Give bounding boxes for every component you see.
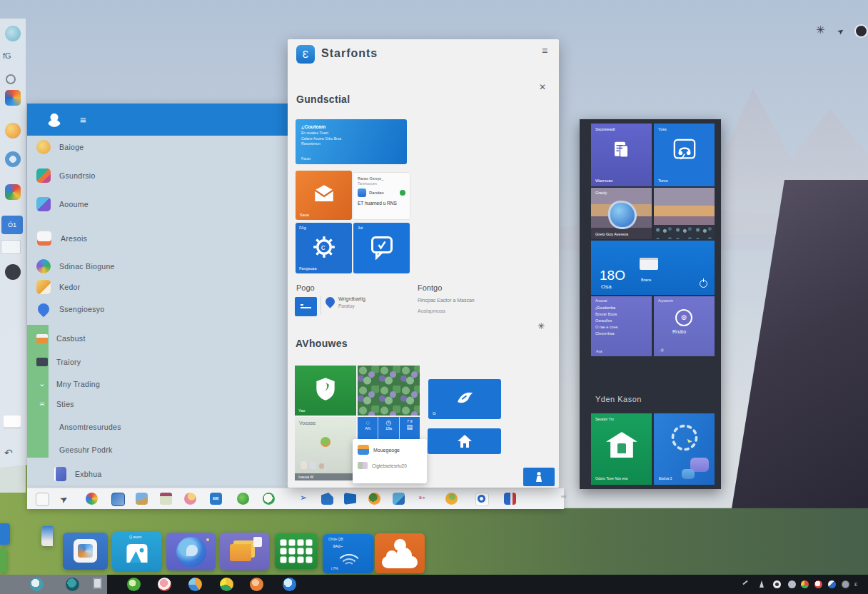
- tray-blue-icon[interactable]: [828, 580, 836, 588]
- paint-app-icon[interactable]: [5, 184, 21, 200]
- picture-icon[interactable]: [393, 493, 405, 505]
- power-icon[interactable]: [700, 280, 707, 288]
- drop-app-icon[interactable]: [66, 578, 79, 591]
- pogo-tile[interactable]: [295, 297, 317, 316]
- cursor-icon[interactable]: ➤: [835, 24, 849, 37]
- sidebar-item[interactable]: Ansomtresurudes: [27, 418, 288, 436]
- fish-icon[interactable]: ➢: [300, 493, 312, 505]
- plant-icon[interactable]: [184, 493, 196, 505]
- sidebar-item[interactable]: Kedor: [27, 278, 288, 296]
- flag-icon[interactable]: [344, 493, 356, 505]
- browser-icon[interactable]: [86, 493, 98, 505]
- sidebar-item[interactable]: Sdinac Biogune: [27, 257, 288, 276]
- dark-app-icon[interactable]: [5, 264, 21, 280]
- sparkle-icon[interactable]: ✳: [538, 321, 545, 331]
- undo-icon[interactable]: ↶: [4, 447, 13, 458]
- dock-tile-weather[interactable]: Chde QB 3Ad~ i.7%: [323, 534, 373, 573]
- sidebar-item[interactable]: Aresois: [27, 229, 288, 248]
- sidebar-item[interactable]: Ssengioesyo: [27, 300, 288, 318]
- sidebar-item[interactable]: Traiory: [27, 353, 288, 371]
- image-icon[interactable]: [136, 493, 148, 505]
- tile-app-badge[interactable]: Ó1: [1, 216, 23, 234]
- sidebar-item[interactable]: ≍ Sties: [27, 395, 288, 413]
- audio-tile[interactable]: Yoss Tomo: [654, 124, 715, 186]
- flyout-row[interactable]: Cigtebseiesrtu20: [358, 462, 422, 469]
- colorful-app-icon[interactable]: [5, 90, 21, 106]
- dock-tile-keypad[interactable]: [275, 533, 318, 569]
- gallery-photo-tile[interactable]: Grauly Grelo Goy Avereos: [591, 188, 652, 239]
- sidebar-item[interactable]: Aooume: [27, 195, 288, 213]
- documents-tile[interactable]: Ssoosteadt Waorsvan: [591, 124, 652, 186]
- gallery-icon[interactable]: [504, 493, 516, 505]
- user-avatar-icon[interactable]: [47, 113, 61, 127]
- dock-tile-photos[interactable]: Q asom: [112, 532, 162, 571]
- orange-app-icon[interactable]: [5, 123, 21, 139]
- preview-tile[interactable]: Voease Ivauua W: [295, 417, 356, 480]
- photos-icon[interactable]: [111, 493, 125, 506]
- mail-count-tile[interactable]: 18O Osa Brans: [591, 241, 715, 295]
- home-green-tile[interactable]: Sevator Ym Odoru Tove Nos eso: [591, 413, 652, 485]
- orange-app-icon[interactable]: [250, 578, 263, 591]
- orange-ring-icon[interactable]: [368, 493, 380, 505]
- close-icon[interactable]: ✕: [539, 82, 546, 92]
- tray-browser-icon[interactable]: [801, 580, 809, 588]
- pogo-item[interactable]: Wrigrdbartig Paratuy: [338, 296, 365, 308]
- partial-tile[interactable]: [0, 548, 7, 573]
- stylus-icon[interactable]: [758, 580, 765, 588]
- home-button[interactable]: [428, 428, 501, 454]
- dock-tile-files[interactable]: [63, 533, 108, 570]
- tray-globe-icon[interactable]: [842, 580, 849, 588]
- partial-tile[interactable]: [0, 523, 10, 545]
- book-app-icon[interactable]: [93, 578, 102, 589]
- globe-app-icon[interactable]: [283, 578, 296, 591]
- tray-circle-icon[interactable]: [788, 580, 796, 588]
- mail-icon[interactable]: [160, 493, 172, 505]
- leaf-circle-icon[interactable]: [263, 493, 275, 505]
- pomegranate-app-icon[interactable]: [158, 578, 171, 591]
- teal-app-icon[interactable]: [5, 26, 21, 41]
- tray-record-icon[interactable]: [773, 580, 781, 588]
- sidebar-item[interactable]: Geesuhr Podrk: [27, 441, 288, 459]
- dock-tile-clouds[interactable]: [375, 533, 425, 573]
- pin-action-button[interactable]: [523, 468, 555, 486]
- sidebar-item[interactable]: Casbust: [27, 329, 288, 348]
- peach-icon[interactable]: [445, 493, 458, 505]
- sunset-photo-tile[interactable]: [654, 188, 715, 239]
- tray-red-icon[interactable]: [814, 580, 822, 588]
- mail-tile[interactable]: Saua: [296, 171, 352, 220]
- hero-tile[interactable]: ¿Couteam En reualee Tuact Calane Avoew G…: [296, 119, 407, 164]
- sidebar-item[interactable]: Baioge: [27, 138, 288, 156]
- sidebar-item[interactable]: ⌄ Mny Trading: [27, 375, 288, 393]
- sync-tile[interactable]: Eodva 3: [654, 413, 715, 485]
- news-list-tile[interactable]: Anoonai ¡Geodorrba Bovrar Boos Osraulles…: [591, 296, 652, 356]
- lime-app-icon[interactable]: [127, 578, 141, 591]
- nav-hamburger-icon[interactable]: ≡: [80, 114, 86, 126]
- panel-hamburger-icon[interactable]: ≡: [542, 45, 547, 56]
- partial-tile[interactable]: [41, 526, 53, 546]
- security-tile[interactable]: Yao: [295, 366, 356, 416]
- orange-blue-app-icon[interactable]: [188, 578, 202, 591]
- sidebar-item[interactable]: Exbhua: [27, 465, 288, 483]
- notification-card[interactable]: Rarae Gsrepr_ Tanesooues Randav ET huarn…: [353, 172, 410, 220]
- share-button[interactable]: G: [428, 379, 501, 419]
- arrow-icon[interactable]: ➳: [418, 493, 430, 505]
- dock-tile-folders[interactable]: [220, 533, 269, 570]
- dock-tile-browser[interactable]: [166, 533, 216, 570]
- tray-glyph-icon[interactable]: ɛ: [854, 580, 857, 588]
- swirl-app-icon[interactable]: [30, 578, 44, 591]
- target-icon[interactable]: [477, 494, 486, 503]
- cursor-icon[interactable]: ➤: [58, 490, 74, 507]
- flyout-row[interactable]: Mouegeoge: [358, 445, 422, 455]
- radio-tile[interactable]: Avysserrin ⊛ Rrubo -®: [654, 296, 715, 356]
- folder-icon[interactable]: [36, 493, 49, 506]
- photo-tile-foliage[interactable]: [358, 366, 420, 416]
- mango-app-icon[interactable]: [220, 578, 233, 591]
- clock-app-icon[interactable]: [5, 151, 21, 167]
- dragon-icon[interactable]: [237, 493, 249, 505]
- person-icon[interactable]: [321, 493, 333, 505]
- gear-small-icon[interactable]: [6, 74, 16, 84]
- sparkle-icon[interactable]: ✳: [816, 24, 829, 36]
- be-app-icon[interactable]: BE: [210, 493, 222, 505]
- pen-icon[interactable]: [742, 580, 747, 585]
- sidebar-item[interactable]: Gsundrsio: [27, 166, 288, 185]
